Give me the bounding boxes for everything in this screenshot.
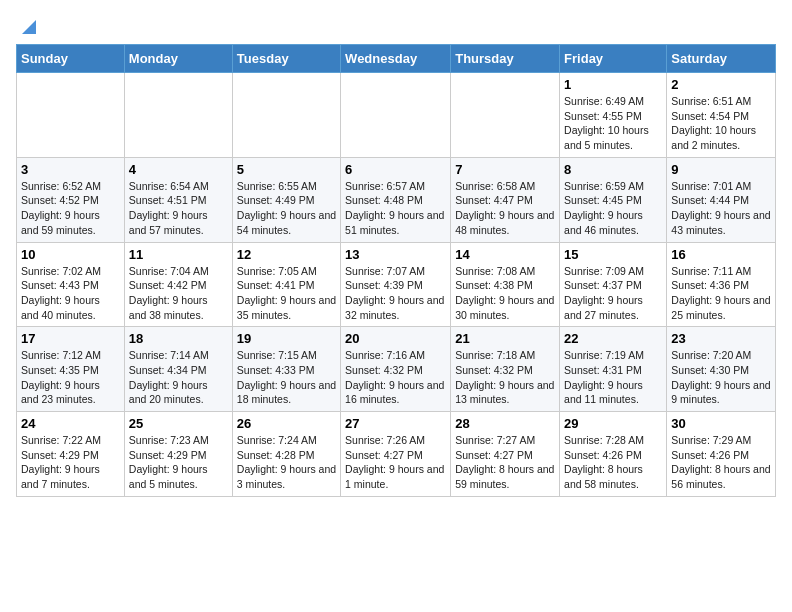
calendar-cell: 18Sunrise: 7:14 AM Sunset: 4:34 PM Dayli… bbox=[124, 327, 232, 412]
day-info: Sunrise: 7:29 AM Sunset: 4:26 PM Dayligh… bbox=[671, 433, 771, 492]
page-header bbox=[16, 16, 776, 34]
calendar-week-row: 17Sunrise: 7:12 AM Sunset: 4:35 PM Dayli… bbox=[17, 327, 776, 412]
calendar-cell: 14Sunrise: 7:08 AM Sunset: 4:38 PM Dayli… bbox=[451, 242, 560, 327]
day-number: 1 bbox=[564, 77, 662, 92]
day-number: 21 bbox=[455, 331, 555, 346]
day-info: Sunrise: 6:59 AM Sunset: 4:45 PM Dayligh… bbox=[564, 179, 662, 238]
day-number: 12 bbox=[237, 247, 336, 262]
calendar-cell: 3Sunrise: 6:52 AM Sunset: 4:52 PM Daylig… bbox=[17, 157, 125, 242]
day-info: Sunrise: 7:27 AM Sunset: 4:27 PM Dayligh… bbox=[455, 433, 555, 492]
calendar-cell bbox=[232, 73, 340, 158]
day-number: 13 bbox=[345, 247, 446, 262]
calendar-header-row: SundayMondayTuesdayWednesdayThursdayFrid… bbox=[17, 45, 776, 73]
calendar-cell: 5Sunrise: 6:55 AM Sunset: 4:49 PM Daylig… bbox=[232, 157, 340, 242]
calendar-cell: 13Sunrise: 7:07 AM Sunset: 4:39 PM Dayli… bbox=[341, 242, 451, 327]
day-number: 30 bbox=[671, 416, 771, 431]
calendar-cell: 19Sunrise: 7:15 AM Sunset: 4:33 PM Dayli… bbox=[232, 327, 340, 412]
calendar-week-row: 10Sunrise: 7:02 AM Sunset: 4:43 PM Dayli… bbox=[17, 242, 776, 327]
day-info: Sunrise: 6:51 AM Sunset: 4:54 PM Dayligh… bbox=[671, 94, 771, 153]
day-info: Sunrise: 7:14 AM Sunset: 4:34 PM Dayligh… bbox=[129, 348, 228, 407]
day-info: Sunrise: 7:18 AM Sunset: 4:32 PM Dayligh… bbox=[455, 348, 555, 407]
calendar-cell: 11Sunrise: 7:04 AM Sunset: 4:42 PM Dayli… bbox=[124, 242, 232, 327]
day-number: 4 bbox=[129, 162, 228, 177]
calendar-weekday-header: Friday bbox=[560, 45, 667, 73]
day-number: 10 bbox=[21, 247, 120, 262]
day-info: Sunrise: 7:04 AM Sunset: 4:42 PM Dayligh… bbox=[129, 264, 228, 323]
day-number: 6 bbox=[345, 162, 446, 177]
day-info: Sunrise: 6:58 AM Sunset: 4:47 PM Dayligh… bbox=[455, 179, 555, 238]
calendar-cell: 30Sunrise: 7:29 AM Sunset: 4:26 PM Dayli… bbox=[667, 412, 776, 497]
day-number: 29 bbox=[564, 416, 662, 431]
calendar-weekday-header: Sunday bbox=[17, 45, 125, 73]
day-info: Sunrise: 7:05 AM Sunset: 4:41 PM Dayligh… bbox=[237, 264, 336, 323]
calendar-cell: 28Sunrise: 7:27 AM Sunset: 4:27 PM Dayli… bbox=[451, 412, 560, 497]
calendar-week-row: 24Sunrise: 7:22 AM Sunset: 4:29 PM Dayli… bbox=[17, 412, 776, 497]
day-info: Sunrise: 7:23 AM Sunset: 4:29 PM Dayligh… bbox=[129, 433, 228, 492]
svg-marker-0 bbox=[22, 20, 36, 34]
calendar-cell: 15Sunrise: 7:09 AM Sunset: 4:37 PM Dayli… bbox=[560, 242, 667, 327]
day-number: 20 bbox=[345, 331, 446, 346]
calendar-cell: 22Sunrise: 7:19 AM Sunset: 4:31 PM Dayli… bbox=[560, 327, 667, 412]
day-number: 9 bbox=[671, 162, 771, 177]
calendar-cell: 1Sunrise: 6:49 AM Sunset: 4:55 PM Daylig… bbox=[560, 73, 667, 158]
calendar-cell: 6Sunrise: 6:57 AM Sunset: 4:48 PM Daylig… bbox=[341, 157, 451, 242]
calendar-weekday-header: Saturday bbox=[667, 45, 776, 73]
day-number: 7 bbox=[455, 162, 555, 177]
calendar-cell: 24Sunrise: 7:22 AM Sunset: 4:29 PM Dayli… bbox=[17, 412, 125, 497]
day-info: Sunrise: 7:26 AM Sunset: 4:27 PM Dayligh… bbox=[345, 433, 446, 492]
day-number: 3 bbox=[21, 162, 120, 177]
calendar-cell: 8Sunrise: 6:59 AM Sunset: 4:45 PM Daylig… bbox=[560, 157, 667, 242]
day-number: 17 bbox=[21, 331, 120, 346]
day-number: 26 bbox=[237, 416, 336, 431]
day-number: 5 bbox=[237, 162, 336, 177]
calendar-weekday-header: Monday bbox=[124, 45, 232, 73]
day-info: Sunrise: 7:11 AM Sunset: 4:36 PM Dayligh… bbox=[671, 264, 771, 323]
day-info: Sunrise: 7:22 AM Sunset: 4:29 PM Dayligh… bbox=[21, 433, 120, 492]
day-info: Sunrise: 6:57 AM Sunset: 4:48 PM Dayligh… bbox=[345, 179, 446, 238]
calendar-week-row: 1Sunrise: 6:49 AM Sunset: 4:55 PM Daylig… bbox=[17, 73, 776, 158]
calendar-weekday-header: Thursday bbox=[451, 45, 560, 73]
calendar-cell bbox=[341, 73, 451, 158]
day-info: Sunrise: 7:12 AM Sunset: 4:35 PM Dayligh… bbox=[21, 348, 120, 407]
day-info: Sunrise: 6:52 AM Sunset: 4:52 PM Dayligh… bbox=[21, 179, 120, 238]
day-number: 18 bbox=[129, 331, 228, 346]
calendar-cell: 23Sunrise: 7:20 AM Sunset: 4:30 PM Dayli… bbox=[667, 327, 776, 412]
calendar-cell: 12Sunrise: 7:05 AM Sunset: 4:41 PM Dayli… bbox=[232, 242, 340, 327]
calendar-table: SundayMondayTuesdayWednesdayThursdayFrid… bbox=[16, 44, 776, 497]
calendar-weekday-header: Wednesday bbox=[341, 45, 451, 73]
calendar-cell bbox=[451, 73, 560, 158]
calendar-cell: 16Sunrise: 7:11 AM Sunset: 4:36 PM Dayli… bbox=[667, 242, 776, 327]
day-info: Sunrise: 7:02 AM Sunset: 4:43 PM Dayligh… bbox=[21, 264, 120, 323]
calendar-cell: 29Sunrise: 7:28 AM Sunset: 4:26 PM Dayli… bbox=[560, 412, 667, 497]
day-info: Sunrise: 7:01 AM Sunset: 4:44 PM Dayligh… bbox=[671, 179, 771, 238]
calendar-body: 1Sunrise: 6:49 AM Sunset: 4:55 PM Daylig… bbox=[17, 73, 776, 497]
day-number: 15 bbox=[564, 247, 662, 262]
day-number: 2 bbox=[671, 77, 771, 92]
day-info: Sunrise: 7:08 AM Sunset: 4:38 PM Dayligh… bbox=[455, 264, 555, 323]
day-number: 14 bbox=[455, 247, 555, 262]
calendar-cell: 4Sunrise: 6:54 AM Sunset: 4:51 PM Daylig… bbox=[124, 157, 232, 242]
calendar-cell: 7Sunrise: 6:58 AM Sunset: 4:47 PM Daylig… bbox=[451, 157, 560, 242]
logo bbox=[16, 16, 48, 34]
calendar-cell: 20Sunrise: 7:16 AM Sunset: 4:32 PM Dayli… bbox=[341, 327, 451, 412]
day-info: Sunrise: 6:55 AM Sunset: 4:49 PM Dayligh… bbox=[237, 179, 336, 238]
calendar-weekday-header: Tuesday bbox=[232, 45, 340, 73]
day-number: 25 bbox=[129, 416, 228, 431]
day-info: Sunrise: 7:09 AM Sunset: 4:37 PM Dayligh… bbox=[564, 264, 662, 323]
calendar-cell bbox=[124, 73, 232, 158]
calendar-cell: 2Sunrise: 6:51 AM Sunset: 4:54 PM Daylig… bbox=[667, 73, 776, 158]
day-number: 19 bbox=[237, 331, 336, 346]
day-info: Sunrise: 7:07 AM Sunset: 4:39 PM Dayligh… bbox=[345, 264, 446, 323]
day-number: 24 bbox=[21, 416, 120, 431]
calendar-cell: 10Sunrise: 7:02 AM Sunset: 4:43 PM Dayli… bbox=[17, 242, 125, 327]
day-info: Sunrise: 7:20 AM Sunset: 4:30 PM Dayligh… bbox=[671, 348, 771, 407]
day-info: Sunrise: 7:15 AM Sunset: 4:33 PM Dayligh… bbox=[237, 348, 336, 407]
day-info: Sunrise: 7:19 AM Sunset: 4:31 PM Dayligh… bbox=[564, 348, 662, 407]
day-info: Sunrise: 7:16 AM Sunset: 4:32 PM Dayligh… bbox=[345, 348, 446, 407]
day-info: Sunrise: 6:54 AM Sunset: 4:51 PM Dayligh… bbox=[129, 179, 228, 238]
day-number: 22 bbox=[564, 331, 662, 346]
calendar-cell: 9Sunrise: 7:01 AM Sunset: 4:44 PM Daylig… bbox=[667, 157, 776, 242]
day-number: 28 bbox=[455, 416, 555, 431]
day-info: Sunrise: 6:49 AM Sunset: 4:55 PM Dayligh… bbox=[564, 94, 662, 153]
day-number: 23 bbox=[671, 331, 771, 346]
